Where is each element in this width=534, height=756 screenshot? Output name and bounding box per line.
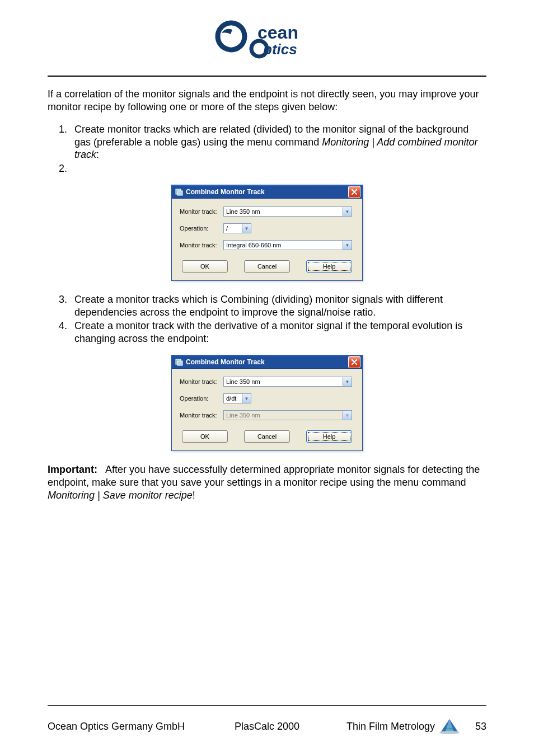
dialog1-operation-combo[interactable]: / ▼	[223, 223, 251, 233]
dialog2-track2-combo-disabled: Line 350 nm ▼	[223, 410, 352, 420]
chevron-down-icon: ▼	[343, 411, 352, 420]
steps-list-cont: Create a monitor tracks which is Combini…	[70, 293, 486, 345]
dialog2-track2-value: Line 350 nm	[224, 412, 343, 419]
dialog2-cancel-button[interactable]: Cancel	[244, 430, 290, 443]
header-rule	[48, 76, 486, 77]
dialog2-track1-label: Monitor track:	[180, 378, 223, 385]
steps-list: Create monitor tracks which are related …	[70, 123, 486, 175]
important-text-b: Monitoring | Save monitor recipe	[48, 490, 193, 501]
dialog2-help-button[interactable]: Help	[306, 430, 352, 443]
dialog2-operation-combo[interactable]: d/dt ▼	[223, 393, 251, 403]
dialog1-title: Combined Monitor Track	[186, 188, 348, 196]
footer-rule	[48, 705, 486, 706]
chevron-down-icon: ▼	[343, 377, 352, 386]
combined-monitor-track-dialog-1: Combined Monitor Track Monitor track: Li…	[171, 185, 363, 281]
dialog2-app-icon	[175, 358, 183, 366]
dialog1-track1-value: Line 350 nm	[224, 208, 343, 215]
important-label: Important:	[48, 464, 97, 475]
dialog1-titlebar[interactable]: Combined Monitor Track	[172, 185, 362, 199]
step-1-text-c: :	[96, 149, 99, 160]
dialog1-app-icon	[175, 188, 183, 196]
footer-left: Ocean Optics Germany GmbH	[48, 721, 229, 732]
dialog2-track2-label: Monitor track:	[180, 412, 223, 419]
dialog1-track1-label: Monitor track:	[180, 208, 223, 215]
dialog2-operation-label: Operation:	[180, 395, 223, 402]
chevron-down-icon: ▼	[343, 241, 352, 250]
logo-text-top: cean	[257, 22, 298, 43]
combined-monitor-track-dialog-2: Combined Monitor Track Monitor track: Li…	[171, 355, 363, 451]
step-1: Create monitor tracks which are related …	[70, 123, 486, 161]
page-number: 53	[475, 721, 486, 732]
step-3: Create a monitor tracks which is Combini…	[70, 293, 486, 318]
dialog1-close-button[interactable]	[348, 186, 360, 198]
svg-text:Mikropack: Mikropack	[444, 727, 455, 730]
dialog1-track1-combo[interactable]: Line 350 nm ▼	[223, 206, 352, 217]
dialog2-ok-button[interactable]: OK	[182, 430, 228, 443]
chevron-down-icon: ▼	[242, 394, 251, 403]
dialog1-operation-label: Operation:	[180, 225, 223, 232]
dialog2-titlebar[interactable]: Combined Monitor Track	[172, 355, 362, 369]
dialog1-help-button[interactable]: Help	[306, 260, 352, 273]
dialog1-ok-button[interactable]: OK	[182, 260, 228, 273]
dialog2-close-button[interactable]	[348, 356, 360, 368]
chevron-down-icon: ▼	[343, 207, 352, 216]
dialog2-track1-combo[interactable]: Line 350 nm ▼	[223, 377, 352, 387]
dialog1-track2-combo[interactable]: Integral 650-660 nm ▼	[223, 240, 352, 250]
footer-center: PlasCalc 2000	[229, 721, 305, 732]
dialog1-track2-value: Integral 650-660 nm	[224, 242, 343, 248]
dialog1-cancel-button[interactable]: Cancel	[244, 260, 290, 273]
dialog1-operation-value: /	[224, 225, 242, 232]
logo-area: cean ptics	[48, 17, 486, 65]
important-text-a: After you have successfully determined a…	[48, 464, 480, 488]
chevron-down-icon: ▼	[242, 224, 251, 233]
important-paragraph: Important: After you have successfully d…	[48, 463, 486, 502]
mikropack-logo-icon: Mikropack	[438, 718, 461, 735]
step-2-empty	[70, 162, 486, 175]
dialog2-track1-value: Line 350 nm	[224, 378, 343, 385]
svg-rect-2	[177, 191, 182, 195]
intro-paragraph: If a correlation of the monitor signals …	[48, 88, 486, 113]
dialog2-operation-value: d/dt	[224, 395, 242, 402]
dialog1-track2-label: Monitor track:	[180, 242, 223, 248]
page-footer: Ocean Optics Germany GmbH PlasCalc 2000 …	[48, 701, 486, 735]
svg-rect-4	[177, 361, 182, 365]
footer-right: Thin Film Metrology	[346, 721, 435, 732]
svg-point-7	[439, 731, 460, 734]
important-text-c: !	[193, 490, 195, 501]
dialog2-title: Combined Monitor Track	[186, 358, 348, 366]
ocean-optics-logo: cean ptics	[214, 20, 320, 63]
step-4: Create a monitor track with the derivati…	[70, 320, 486, 345]
